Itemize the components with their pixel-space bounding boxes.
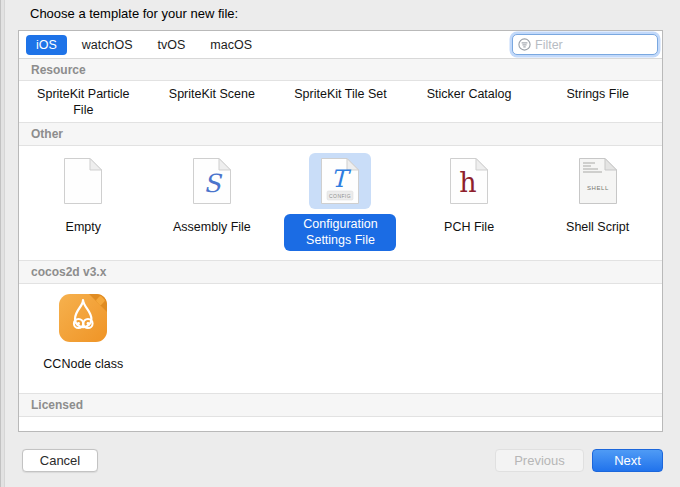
template-ccnode-class[interactable]: CCNode class <box>19 290 148 393</box>
template-empty[interactable]: Empty <box>19 153 148 260</box>
cocos2d-items-row: CCNode class <box>19 284 662 393</box>
previous-button[interactable]: Previous <box>495 449 584 472</box>
svg-text:CONFIG: CONFIG <box>330 193 352 199</box>
platform-tabbar: iOS watchOS tvOS macOS <box>19 31 662 58</box>
cancel-button[interactable]: Cancel <box>22 449 98 472</box>
other-items-row: Empty S Assembly File T <box>19 146 662 260</box>
section-header-other: Other <box>19 122 662 146</box>
section-header-licensed: Licensed <box>19 393 662 417</box>
assembly-document-icon: S <box>192 157 232 205</box>
tab-macos[interactable]: macOS <box>200 35 262 55</box>
template-strings-file[interactable]: Strings File <box>533 86 662 122</box>
template-spritekit-particle-file[interactable]: SpriteKit Particle File <box>19 86 148 122</box>
dialog-button-bar: Cancel Previous Next <box>22 448 663 472</box>
template-spritekit-scene[interactable]: SpriteKit Scene <box>148 86 277 122</box>
shell-document-icon: SHELL <box>578 157 618 205</box>
svg-text:S: S <box>203 169 222 198</box>
template-sticker-catalog[interactable]: Sticker Catalog <box>405 86 534 122</box>
tab-tvos[interactable]: tvOS <box>148 35 196 55</box>
section-header-cocos2d: cocos2d v3.x <box>19 260 662 284</box>
template-pch-file[interactable]: h PCH File <box>405 153 534 260</box>
filter-input[interactable] <box>535 38 652 52</box>
dialog-title: Choose a template for your new file: <box>30 6 238 21</box>
template-spritekit-tile-set[interactable]: SpriteKit Tile Set <box>276 86 405 122</box>
selection-highlight: T CONFIG <box>309 153 371 209</box>
tab-ios[interactable]: iOS <box>26 35 67 55</box>
section-title: cocos2d v3.x <box>31 265 106 279</box>
section-header-resource: Resource <box>19 58 662 81</box>
cocos2d-icon <box>58 293 108 343</box>
svg-text:SHELL: SHELL <box>587 185 609 191</box>
section-title: Other <box>31 127 63 141</box>
new-file-dialog: Choose a template for your new file: iOS… <box>0 0 680 487</box>
next-button[interactable]: Next <box>592 449 663 472</box>
filter-field[interactable] <box>512 34 658 55</box>
header-document-icon: h <box>449 157 489 205</box>
tab-watchos[interactable]: watchOS <box>72 35 143 55</box>
licensed-items-row <box>19 417 662 431</box>
config-document-icon: T CONFIG <box>320 157 360 205</box>
resource-items-row: SpriteKit Particle File SpriteKit Scene … <box>19 81 662 122</box>
svg-text:h: h <box>459 167 476 198</box>
template-shell-script[interactable]: SHELL Shell Script <box>533 153 662 260</box>
template-assembly-file[interactable]: S Assembly File <box>148 153 277 260</box>
template-chooser-panel: iOS watchOS tvOS macOS Resource SpriteKi… <box>18 30 663 432</box>
template-configuration-settings-file[interactable]: T CONFIG Configuration Settings File <box>276 153 405 260</box>
blank-document-icon <box>63 157 103 205</box>
section-title: Licensed <box>31 398 83 412</box>
section-title: Resource <box>31 63 86 77</box>
window-edge <box>0 0 5 487</box>
filter-icon <box>518 38 531 51</box>
